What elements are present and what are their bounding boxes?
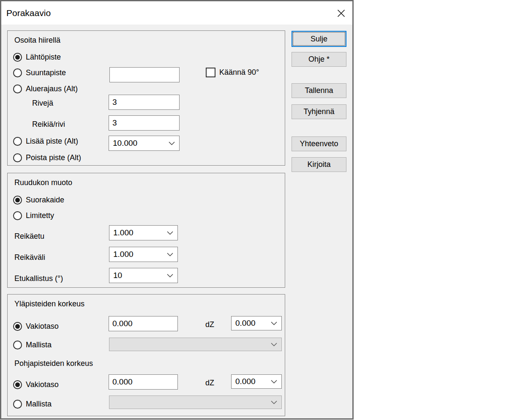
radio-limitetty[interactable]: Limitetty <box>13 211 54 220</box>
radio-label: Lisää piste (Alt) <box>26 137 78 146</box>
reikaetu-label: Reikäetu <box>14 232 44 241</box>
group-title: Osoita hiirellä <box>14 36 60 45</box>
reikavali-label: Reikäväli <box>14 253 45 262</box>
riveja-label: Rivejä <box>32 99 53 108</box>
chevron-down-icon <box>271 401 277 404</box>
ylapisteet-title: Yläpisteiden korkeus <box>14 300 84 308</box>
radio-ylapisteet-mallista[interactable]: Mallista <box>13 340 52 349</box>
combo-value: 10.000 <box>113 139 137 148</box>
radio-icon[interactable] <box>13 137 22 146</box>
porakaavio-dialog: Porakaavio Osoita hiirellä Lähtöpiste Su… <box>0 0 354 420</box>
radio-icon[interactable] <box>13 153 22 162</box>
radio-poista-piste[interactable]: Poista piste (Alt) <box>13 153 81 162</box>
radio-lahtopiste[interactable]: Lähtöpiste <box>13 52 61 62</box>
pohjapisteet-vakiotaso-input[interactable] <box>109 374 178 390</box>
pohjapisteet-title: Pohjapisteiden korkeus <box>14 359 93 368</box>
chevron-down-icon <box>167 253 173 256</box>
ylapisteet-dz-combo[interactable]: 0.000 <box>231 316 282 330</box>
radio-icon[interactable] <box>13 341 22 349</box>
radio-icon[interactable] <box>13 400 22 409</box>
radio-icon[interactable] <box>13 380 22 389</box>
radio-label: Vakiotaso <box>26 322 59 331</box>
close-button[interactable] <box>335 7 347 19</box>
tyhjenna-button[interactable]: Tyhjennä <box>292 104 346 119</box>
radio-suorakaide[interactable]: Suorakaide <box>13 195 64 205</box>
radio-suuntapiste[interactable]: Suuntapiste <box>13 68 66 77</box>
reikia-rivi-label: Reikiä/rivi <box>32 120 65 129</box>
dialog-title: Porakaavio <box>6 8 51 18</box>
close-icon <box>337 9 345 17</box>
radio-lisaa-piste[interactable]: Lisää piste (Alt) <box>13 136 78 146</box>
etukallistus-combo[interactable]: 10 <box>109 268 178 283</box>
reikia-rivi-input[interactable] <box>109 115 180 131</box>
group-ruudukon-muoto: Ruudukon muoto Suorakaide Limitetty Reik… <box>7 173 285 288</box>
radio-label: Mallista <box>26 400 52 409</box>
chevron-down-icon <box>167 231 173 235</box>
group-korkeudet: Yläpisteiden korkeus Vakiotaso dZ 0.000 … <box>7 294 285 416</box>
chevron-down-icon <box>271 380 277 384</box>
reikavali-combo[interactable]: 1.000 <box>109 247 178 262</box>
combo-value: 0.000 <box>235 377 256 386</box>
radio-label: Lähtöpiste <box>26 53 61 62</box>
riveja-input[interactable] <box>109 95 180 110</box>
ylapisteet-mallista-combo[interactable] <box>109 338 282 351</box>
chevron-down-icon <box>169 142 175 145</box>
combo-value: 0.000 <box>235 319 256 328</box>
ohje-button[interactable]: Ohje * <box>292 52 346 67</box>
reikaetu-combo[interactable]: 1.000 <box>109 225 178 240</box>
radio-icon[interactable] <box>13 85 22 93</box>
group-title: Ruudukon muoto <box>14 178 72 187</box>
chevron-down-icon <box>167 274 173 278</box>
ylapisteet-dz-label: dZ <box>205 320 214 329</box>
suuntapiste-input[interactable] <box>109 67 180 82</box>
radio-label: Aluerajaus (Alt) <box>26 85 78 93</box>
lisaa-piste-combo[interactable]: 10.000 <box>109 136 180 151</box>
chevron-down-icon <box>271 322 277 325</box>
chevron-down-icon <box>271 343 277 346</box>
radio-pohjapisteet-vakiotaso[interactable]: Vakiotaso <box>13 380 59 389</box>
title-bar: Porakaavio <box>1 1 352 25</box>
radio-icon[interactable] <box>13 322 22 331</box>
combo-value: 1.000 <box>113 228 134 237</box>
radio-ylapisteet-vakiotaso[interactable]: Vakiotaso <box>13 322 59 331</box>
combo-value: 10 <box>113 271 122 280</box>
radio-label: Suorakaide <box>26 196 64 205</box>
radio-icon[interactable] <box>13 211 22 220</box>
radio-label: Vakiotaso <box>26 380 59 389</box>
radio-pohjapisteet-mallista[interactable]: Mallista <box>13 399 52 409</box>
radio-aluerajaus[interactable]: Aluerajaus (Alt) <box>13 84 78 93</box>
radio-label: Limitetty <box>26 211 54 220</box>
pohjapisteet-dz-combo[interactable]: 0.000 <box>231 374 282 389</box>
radio-icon[interactable] <box>13 68 22 77</box>
radio-icon[interactable] <box>13 53 22 62</box>
radio-label: Suuntapiste <box>26 68 66 77</box>
kirjoita-button[interactable]: Kirjoita <box>292 157 346 172</box>
yhteenveto-button[interactable]: Yhteenveto <box>292 136 346 151</box>
checkbox-kaanna-90[interactable]: Käännä 90° <box>206 67 259 77</box>
radio-label: Mallista <box>26 341 52 349</box>
combo-value: 1.000 <box>113 250 134 259</box>
group-osoita-hiirella: Osoita hiirellä Lähtöpiste Suuntapiste K… <box>7 30 285 166</box>
checkbox-icon[interactable] <box>206 68 215 77</box>
pohjapisteet-dz-label: dZ <box>205 379 214 387</box>
radio-icon[interactable] <box>13 196 22 205</box>
tallenna-button[interactable]: Tallenna <box>292 83 346 98</box>
pohjapisteet-mallista-combo[interactable] <box>109 395 282 409</box>
ylapisteet-vakiotaso-input[interactable] <box>109 316 178 331</box>
etukallistus-label: Etukallistus (°) <box>14 274 63 283</box>
radio-label: Poista piste (Alt) <box>26 153 81 162</box>
checkbox-label: Käännä 90° <box>219 68 259 77</box>
sulje-button[interactable]: Sulje <box>292 31 346 47</box>
